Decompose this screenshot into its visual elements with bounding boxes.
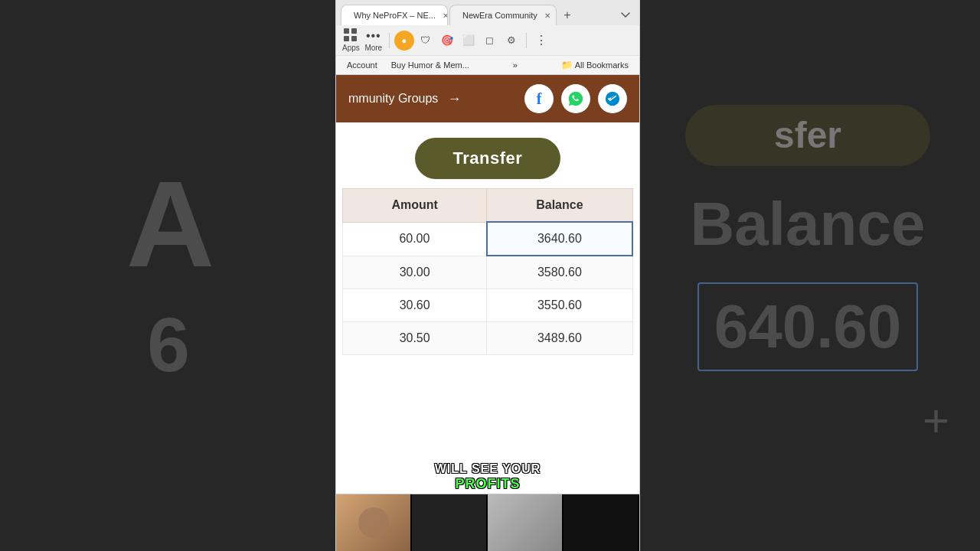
more-button[interactable]: ••• More (363, 30, 384, 51)
table-row: 30.603550.60 (343, 289, 633, 322)
facebook-f-letter: f (537, 90, 542, 108)
toolbar-divider-1 (389, 33, 390, 48)
subtitle-line2: PROFITS (455, 476, 520, 492)
ext-icon-2[interactable]: 🛡 (416, 31, 436, 51)
table-row: 60.003640.60 (343, 222, 633, 256)
toolbar-divider-2 (526, 33, 527, 48)
bg-left-letter: A (126, 163, 211, 285)
balance-cell: 3550.60 (487, 289, 632, 322)
ext-icon-6[interactable]: ⚙ (501, 31, 521, 51)
tab1-label: Why NeProFX – NE... (354, 11, 436, 20)
thumbnail-1[interactable] (336, 494, 412, 551)
background-left: A 6 (0, 0, 337, 551)
apps-icon (344, 28, 358, 42)
bg-right-transfer-text: sfer (774, 114, 841, 156)
bg-right-balance-box: 640.60 (697, 282, 919, 371)
transactions-table: Amount Balance 60.003640.6030.003580.603… (342, 188, 633, 355)
tab-2[interactable]: NewEra Community ✕ (449, 5, 557, 25)
bg-right-plus: + (923, 394, 949, 447)
browser-chrome: Why NeProFX – NE... ✕ NewEra Community ✕… (336, 0, 639, 75)
bottom-thumbnails (336, 494, 639, 551)
toolbar-extension-icons: ● 🛡 🎯 ⬜ ◻ ⚙ (394, 31, 521, 51)
community-text: mmunity Groups (348, 92, 438, 106)
browser-window: Why NeProFX – NE... ✕ NewEra Community ✕… (335, 0, 640, 551)
telegram-svg (604, 90, 621, 107)
subtitle-overlay: WILL SEE YOUR PROFITS (336, 459, 639, 494)
tab1-close[interactable]: ✕ (440, 10, 448, 21)
tab-bar: Why NeProFX – NE... ✕ NewEra Community ✕… (336, 0, 639, 25)
apps-label: Apps (342, 44, 360, 52)
amount-cell: 30.00 (343, 256, 487, 289)
apps-button[interactable]: Apps (342, 28, 360, 52)
thumbnail-4[interactable] (564, 494, 639, 551)
whatsapp-svg (567, 90, 584, 107)
bookmark-all[interactable]: 📁 All Bookmarks (557, 58, 633, 72)
community-arrow-icon: → (447, 91, 461, 107)
more-label: More (364, 44, 382, 52)
bookmark-account-label: Account (347, 60, 377, 70)
bookmarks-bar: Account Buy Humor & Mem... » 📁 All Bookm… (336, 55, 639, 74)
bookmark-humor-label: Buy Humor & Mem... (391, 60, 469, 70)
table-row: 30.503489.60 (343, 322, 633, 355)
toolbar-menu-button[interactable]: ⋮ (531, 31, 551, 51)
balance-header: Balance (487, 189, 632, 223)
amount-cell: 30.50 (343, 322, 487, 355)
bg-right-transfer-pill: sfer (685, 105, 930, 166)
new-tab-button[interactable]: + (558, 6, 577, 24)
bg-right-balance-value: 640.60 (714, 292, 902, 362)
bookmarks-overflow-arrows: » (513, 60, 518, 70)
amount-cell: 30.60 (343, 289, 487, 322)
bookmark-all-label: All Bookmarks (575, 60, 629, 70)
data-table-container: Amount Balance 60.003640.6030.003580.603… (336, 188, 639, 459)
table-row: 30.003580.60 (343, 256, 633, 289)
tab2-close[interactable]: ✕ (542, 10, 553, 21)
bg-left-numbers: 6 (147, 301, 190, 389)
tab2-label: NewEra Community (462, 11, 537, 20)
background-right: sfer Balance 640.60 + (635, 0, 980, 551)
page-content: mmunity Groups → f (336, 75, 639, 551)
toolbar: Apps ••• More ● 🛡 🎯 ⬜ ◻ ⚙ ⋮ (336, 25, 639, 55)
tab-dropdown-button[interactable] (616, 6, 635, 24)
ext-icon-5[interactable]: ◻ (480, 31, 500, 51)
tab-1[interactable]: Why NeProFX – NE... ✕ (341, 5, 448, 25)
balance-cell: 3489.60 (487, 322, 632, 355)
telegram-icon[interactable] (598, 84, 627, 113)
ext-icon-1[interactable]: ● (394, 31, 414, 51)
balance-cell: 3580.60 (487, 256, 632, 289)
amount-header: Amount (343, 189, 487, 223)
social-icons-group: f (524, 84, 627, 113)
thumbnail-2[interactable] (412, 494, 488, 551)
whatsapp-icon[interactable] (561, 84, 590, 113)
balance-cell: 3640.60 (487, 222, 632, 256)
bg-right-balance-label: Balance (691, 189, 926, 259)
subtitle-line1: WILL SEE YOUR (435, 462, 541, 476)
transfer-button[interactable]: Transfer (415, 138, 561, 179)
bookmarks-overflow-button[interactable]: » (508, 59, 522, 71)
bookmark-humor[interactable]: Buy Humor & Mem... (387, 59, 474, 71)
thumbnail-3[interactable] (488, 494, 564, 551)
community-header: mmunity Groups → f (336, 75, 639, 122)
ext-icon-3[interactable]: 🎯 (437, 31, 457, 51)
facebook-icon[interactable]: f (524, 84, 554, 113)
bookmark-account[interactable]: Account (342, 59, 382, 71)
amount-cell: 60.00 (343, 222, 487, 256)
table-header-row: Amount Balance (343, 189, 633, 223)
transfer-section: Transfer (336, 122, 639, 188)
ext-icon-4[interactable]: ⬜ (459, 31, 479, 51)
